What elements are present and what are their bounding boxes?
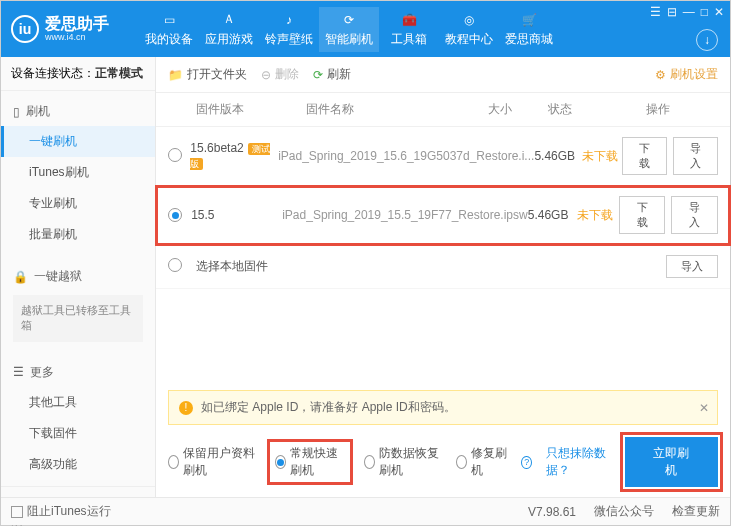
lock-icon[interactable]: ⊟: [667, 5, 677, 19]
main-panel: 📁打开文件夹 ⊖删除 ⟳刷新 ⚙刷机设置 固件版本 固件名称 大小 状态 操作 …: [156, 57, 730, 497]
table-header: 固件版本 固件名称 大小 状态 操作: [156, 93, 730, 127]
close-warning-icon[interactable]: ✕: [699, 401, 709, 415]
device-icon: ▯: [13, 105, 20, 119]
import-button[interactable]: 导入: [666, 255, 718, 278]
table-row[interactable]: 15.5 iPad_Spring_2019_15.5_19F77_Restore…: [156, 186, 730, 245]
flash-modes: 保留用户资料刷机 常规快速刷机 防数据恢复刷机 修复刷机 ? 只想抹除数据？ 立…: [156, 431, 730, 497]
connection-status: 设备连接状态：正常模式: [1, 57, 155, 91]
jailbreak-note: 越狱工具已转移至工具箱: [13, 295, 143, 342]
nav-apps[interactable]: Ａ应用游戏: [199, 7, 259, 52]
gear-icon: ⚙: [655, 68, 666, 82]
warning-icon: !: [179, 401, 193, 415]
table-row-local[interactable]: 选择本地固件 导入: [156, 245, 730, 289]
refresh-icon: ⟳: [313, 68, 323, 82]
row-radio[interactable]: [168, 148, 182, 162]
sidebar: 设备连接状态：正常模式 ▯刷机 一键刷机 iTunes刷机 专业刷机 批量刷机 …: [1, 57, 156, 497]
mode-keepdata[interactable]: 保留用户资料刷机: [168, 445, 256, 479]
wechat-link[interactable]: 微信公众号: [594, 503, 654, 520]
nav-flash[interactable]: ⟳智能刷机: [319, 7, 379, 52]
check-update-link[interactable]: 检查更新: [672, 503, 720, 520]
th-name: 固件名称: [306, 101, 488, 118]
top-nav: ▭我的设备 Ａ应用游戏 ♪铃声壁纸 ⟳智能刷机 🧰工具箱 ◎教程中心 🛒爱思商城: [139, 7, 559, 52]
window-controls: ☰ ⊟ — □ ✕: [650, 5, 724, 19]
sidebar-item-pro[interactable]: 专业刷机: [1, 188, 155, 219]
more-icon: ☰: [13, 365, 24, 379]
sidebar-group-jailbreak[interactable]: 🔒一键越狱: [1, 262, 155, 291]
toolbox-icon: 🧰: [400, 11, 418, 29]
mode-repair[interactable]: 修复刷机: [456, 445, 507, 479]
nav-device[interactable]: ▭我的设备: [139, 7, 199, 52]
help-icon[interactable]: ?: [521, 456, 532, 469]
sidebar-group-more[interactable]: ☰更多: [1, 358, 155, 387]
row-radio[interactable]: [168, 208, 182, 222]
sidebar-item-advanced[interactable]: 高级功能: [1, 449, 155, 480]
erase-link[interactable]: 只想抹除数据？: [546, 445, 611, 479]
menu-icon[interactable]: ☰: [650, 5, 661, 19]
th-status: 状态: [548, 101, 598, 118]
delete-icon: ⊖: [261, 68, 271, 82]
sidebar-group-flash[interactable]: ▯刷机: [1, 97, 155, 126]
version-label: V7.98.61: [528, 505, 576, 519]
row-radio[interactable]: [168, 258, 182, 272]
mode-antirecover[interactable]: 防数据恢复刷机: [364, 445, 443, 479]
th-ops: 操作: [598, 101, 718, 118]
flash-now-button[interactable]: 立即刷机: [625, 437, 718, 487]
cart-icon: 🛒: [520, 11, 538, 29]
th-size: 大小: [488, 101, 548, 118]
refresh-icon: ⟳: [340, 11, 358, 29]
sidebar-item-oneclick[interactable]: 一键刷机: [1, 126, 155, 157]
nav-store[interactable]: 🛒爱思商城: [499, 7, 559, 52]
th-version: 固件版本: [196, 101, 306, 118]
import-button[interactable]: 导入: [673, 137, 718, 175]
logo: iu 爱思助手 www.i4.cn: [11, 15, 109, 43]
app-icon: Ａ: [220, 11, 238, 29]
toolbar: 📁打开文件夹 ⊖删除 ⟳刷新 ⚙刷机设置: [156, 57, 730, 93]
sidebar-item-itunes[interactable]: iTunes刷机: [1, 157, 155, 188]
refresh-button[interactable]: ⟳刷新: [313, 66, 351, 83]
book-icon: ◎: [460, 11, 478, 29]
close-icon[interactable]: ✕: [714, 5, 724, 19]
download-button[interactable]: 下载: [622, 137, 667, 175]
folder-icon: 📁: [168, 68, 183, 82]
mode-normal[interactable]: 常规快速刷机: [270, 442, 350, 482]
titlebar: iu 爱思助手 www.i4.cn ▭我的设备 Ａ应用游戏 ♪铃声壁纸 ⟳智能刷…: [1, 1, 730, 57]
logo-icon: iu: [11, 15, 39, 43]
appleid-warning: ! 如已绑定 Apple ID，请准备好 Apple ID和密码。 ✕: [168, 390, 718, 425]
phone-icon: ▭: [160, 11, 178, 29]
footer: 阻止iTunes运行 V7.98.61 微信公众号 检查更新: [1, 497, 730, 525]
minimize-icon[interactable]: —: [683, 5, 695, 19]
music-icon: ♪: [280, 11, 298, 29]
download-icon[interactable]: ↓: [696, 29, 718, 51]
maximize-icon[interactable]: □: [701, 5, 708, 19]
sidebar-item-download[interactable]: 下载固件: [1, 418, 155, 449]
sidebar-item-other[interactable]: 其他工具: [1, 387, 155, 418]
lock-icon: 🔒: [13, 270, 28, 284]
nav-ringtone[interactable]: ♪铃声壁纸: [259, 7, 319, 52]
block-itunes-checkbox[interactable]: 阻止iTunes运行: [11, 503, 111, 520]
nav-tutorial[interactable]: ◎教程中心: [439, 7, 499, 52]
app-title: 爱思助手: [45, 15, 109, 33]
delete-button[interactable]: ⊖删除: [261, 66, 299, 83]
download-button[interactable]: 下载: [619, 196, 666, 234]
table-row[interactable]: 15.6beta2测试版 iPad_Spring_2019_15.6_19G50…: [156, 127, 730, 186]
open-folder-button[interactable]: 📁打开文件夹: [168, 66, 247, 83]
nav-toolbox[interactable]: 🧰工具箱: [379, 7, 439, 52]
import-button[interactable]: 导入: [671, 196, 718, 234]
sidebar-item-batch[interactable]: 批量刷机: [1, 219, 155, 250]
settings-button[interactable]: ⚙刷机设置: [655, 66, 718, 83]
app-url: www.i4.cn: [45, 33, 109, 43]
